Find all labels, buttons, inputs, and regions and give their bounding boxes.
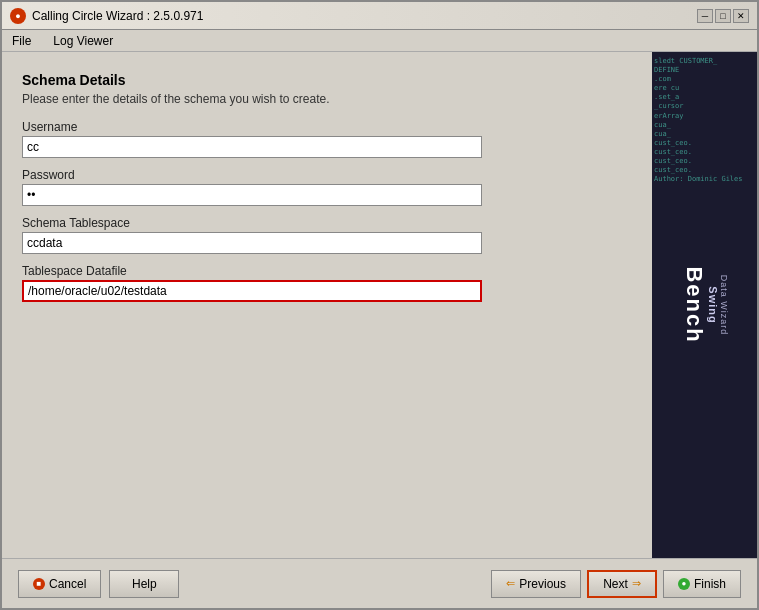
data-wizard-label: Data Wizard — [719, 205, 729, 405]
next-label: Next — [603, 577, 628, 591]
close-button[interactable]: ✕ — [733, 9, 749, 23]
tablespace-datafile-label: Tablespace Datafile — [22, 264, 632, 278]
username-label: Username — [22, 120, 632, 134]
prev-arrow-icon: ⇐ — [506, 577, 515, 590]
previous-label: Previous — [519, 577, 566, 591]
menu-bar: File Log Viewer — [2, 30, 757, 52]
username-input[interactable] — [22, 136, 482, 158]
restore-button[interactable]: □ — [715, 9, 731, 23]
main-panel: Schema Details Please enter the details … — [2, 52, 652, 558]
menu-log-viewer[interactable]: Log Viewer — [47, 32, 119, 50]
button-bar: ■ Cancel Help ⇐ Previous Next ⇒ ● Finish — [2, 558, 757, 608]
side-panel: sledt CUSTOMER_ DEFINE .com ere cu .set_… — [652, 52, 757, 558]
next-arrow-icon: ⇒ — [632, 577, 641, 590]
window-title: Calling Circle Wizard : 2.5.0.971 — [32, 9, 203, 23]
help-button[interactable]: Help — [109, 570, 179, 598]
finish-icon: ● — [678, 578, 690, 590]
swing-label: Swing — [707, 205, 719, 405]
finish-label: Finish — [694, 577, 726, 591]
main-window: ● Calling Circle Wizard : 2.5.0.971 ─ □ … — [0, 0, 759, 610]
schema-title: Schema Details — [22, 72, 632, 88]
finish-button[interactable]: ● Finish — [663, 570, 741, 598]
content-area: Schema Details Please enter the details … — [2, 52, 757, 558]
menu-file[interactable]: File — [6, 32, 37, 50]
tablespace-datafile-input[interactable] — [22, 280, 482, 302]
title-bar: ● Calling Circle Wizard : 2.5.0.971 ─ □ … — [2, 2, 757, 30]
cancel-icon: ■ — [33, 578, 45, 590]
schema-tablespace-label: Schema Tablespace — [22, 216, 632, 230]
schema-description: Please enter the details of the schema y… — [22, 92, 632, 106]
schema-tablespace-input[interactable] — [22, 232, 482, 254]
password-label: Password — [22, 168, 632, 182]
cancel-label: Cancel — [49, 577, 86, 591]
cancel-button[interactable]: ■ Cancel — [18, 570, 101, 598]
next-button[interactable]: Next ⇒ — [587, 570, 657, 598]
window-icon: ● — [10, 8, 26, 24]
minimize-button[interactable]: ─ — [697, 9, 713, 23]
help-label: Help — [132, 577, 157, 591]
password-input[interactable] — [22, 184, 482, 206]
previous-button[interactable]: ⇐ Previous — [491, 570, 581, 598]
bench-label: Bench — [681, 205, 707, 405]
